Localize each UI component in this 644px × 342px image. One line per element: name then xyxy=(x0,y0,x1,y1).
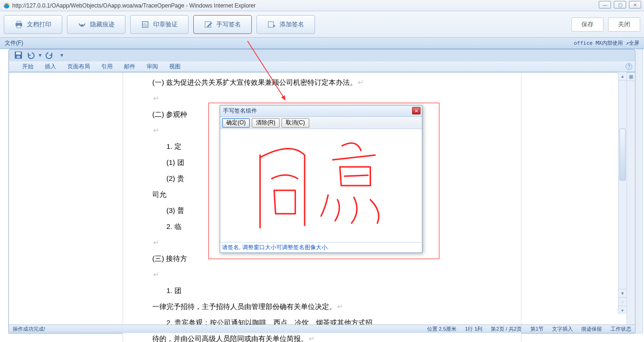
dialog-clear-button[interactable]: 清除(R) xyxy=(252,118,280,128)
document-scrollbar[interactable]: ▲ ▼ ◦ ▾ xyxy=(618,72,627,314)
dialog-footer-link[interactable]: 请签名, 调整窗口大小可调整签名图像大小. xyxy=(222,244,329,252)
undo-icon[interactable] xyxy=(26,51,35,59)
doc-line: 司允 xyxy=(152,190,166,198)
status-workstate: 工作状态 xyxy=(611,326,631,333)
doc-line: 待的，并由公司高级人员陪同或由有关单位简报。 xyxy=(152,334,308,342)
page-up-icon[interactable]: ◦ xyxy=(619,297,627,306)
status-section: 第1节 xyxy=(530,326,544,333)
doc-line: (二) 参观种 xyxy=(152,110,187,118)
ribbon-tab-reference[interactable]: 引用 xyxy=(96,61,118,72)
status-message: 操作成功完成! xyxy=(13,326,45,333)
svg-rect-2 xyxy=(17,21,21,23)
window-minimize-button[interactable]: — xyxy=(599,1,611,8)
svg-point-4 xyxy=(80,23,82,24)
dialog-ok-button[interactable]: 确定(O) xyxy=(222,118,250,128)
dialog-titlebar[interactable]: 手写签名组件 ✕ xyxy=(220,106,422,117)
dialog-title-text: 手写签名组件 xyxy=(223,107,257,115)
dialog-cancel-button[interactable]: 取消(C) xyxy=(281,118,309,128)
quick-access-toolbar: ▾ ▾ xyxy=(9,49,635,61)
seal-icon: 印 xyxy=(141,20,149,29)
status-insertmode: 文字插入 xyxy=(552,326,573,333)
status-track: 痕迹保留 xyxy=(581,326,602,333)
seal-verify-label: 印章验证 xyxy=(153,20,178,29)
doc-line: (1) 团 xyxy=(166,158,184,166)
handwrite-sign-button[interactable]: 手写签名 xyxy=(193,15,252,34)
add-sign-label: 添加签名 xyxy=(280,20,304,29)
hide-trace-button[interactable]: 隐藏痕迹 xyxy=(67,15,125,34)
save-button[interactable]: 保存 xyxy=(571,17,603,32)
status-bar: 操作成功完成! 位置 2.5厘米 1行 1列 第2页 / 共2页 第1节 文字插… xyxy=(9,325,635,333)
main-toolbar: 文档打印 隐藏痕迹 印 印章验证 手写签名 添加签名 保存 关闭 xyxy=(0,11,644,38)
svg-rect-3 xyxy=(17,25,21,28)
dialog-close-button[interactable]: ✕ xyxy=(412,107,421,114)
signature-canvas[interactable] xyxy=(220,129,422,242)
doc-line: (三) 接待方 xyxy=(152,254,187,262)
status-rowcol: 1行 1列 xyxy=(465,326,482,333)
qat-overflow-icon[interactable]: ▾ xyxy=(57,51,66,59)
print-button[interactable]: 文档打印 xyxy=(4,15,62,34)
save-icon[interactable] xyxy=(14,51,23,59)
doc-line: 1. 团 xyxy=(166,286,182,294)
doc-line: 2. 临 xyxy=(166,222,182,230)
dialog-footer: 请签名, 调整窗口大小可调整签名图像大小. xyxy=(220,242,422,252)
para-mark-icon: ↵ xyxy=(358,78,364,86)
handwrite-sign-label: 手写签名 xyxy=(216,20,241,29)
scroll-thumb[interactable] xyxy=(619,129,626,180)
svg-text:印: 印 xyxy=(143,23,147,27)
browser-title: http://127.0.0.1/OAapp/WebObjects/OAapp.… xyxy=(12,2,256,9)
close-button[interactable]: 关闭 xyxy=(608,17,640,32)
ribbon-tab-layout[interactable]: 页面布局 xyxy=(62,61,96,72)
ribbon-tab-home[interactable]: 开始 xyxy=(17,61,39,72)
doc-line: 1. 定 xyxy=(166,142,182,150)
print-label: 文档打印 xyxy=(27,20,51,29)
window-controls: — ▢ ✕ xyxy=(599,1,641,8)
sub-menubar: 文件(F) office MX内部使用 ↗全屏 xyxy=(0,38,644,49)
ribbon-tab-insert[interactable]: 插入 xyxy=(39,61,62,72)
ribbon-tab-review[interactable]: 审阅 xyxy=(141,61,164,72)
window-maximize-button[interactable]: ▢ xyxy=(614,1,626,8)
doc-line: 一律完予招待，主予招待人员由管理部份确有关单位决定。 xyxy=(152,302,336,310)
redo-icon[interactable] xyxy=(45,51,54,59)
help-icon[interactable]: ? xyxy=(626,63,632,70)
ribbon-tab-mail[interactable]: 邮件 xyxy=(118,61,141,72)
handwrite-dialog: 手写签名组件 ✕ 确定(O) 清除(R) 取消(C) xyxy=(220,105,422,253)
page-down-icon[interactable]: ▾ xyxy=(619,306,627,314)
doc-line: (3) 普 xyxy=(166,206,184,214)
printer-icon xyxy=(15,20,23,29)
browser-titlebar: http://127.0.0.1/OAapp/WebObjects/OAapp.… xyxy=(0,0,644,11)
hide-trace-label: 隐藏痕迹 xyxy=(90,20,115,29)
right-tool-strip: ▦ xyxy=(627,73,635,325)
browser-scrollbar[interactable] xyxy=(636,49,643,334)
status-position: 位置 2.5厘米 xyxy=(427,326,456,333)
file-menu[interactable]: 文件(F) xyxy=(5,39,23,47)
mask-icon xyxy=(78,20,86,29)
scroll-up-icon[interactable]: ▲ xyxy=(619,72,627,81)
doc-line: (2) 贵 xyxy=(166,174,184,182)
scroll-down-icon[interactable]: ▼ xyxy=(619,289,627,297)
ie-icon xyxy=(3,2,10,9)
svg-rect-12 xyxy=(17,56,20,58)
svg-rect-11 xyxy=(16,52,21,55)
ribbon-tab-view[interactable]: 视图 xyxy=(164,61,186,72)
window-close-button[interactable]: ✕ xyxy=(629,1,641,8)
doc-line: (一) 兹为促进公共关系扩大宣传效果兼顾公司机密特订定本办法。 xyxy=(152,78,357,86)
add-sign-icon xyxy=(267,20,276,29)
ribbon-tabs: 开始 插入 页面布局 引用 邮件 审阅 视图 ? xyxy=(9,61,635,72)
svg-rect-9 xyxy=(268,22,273,27)
status-page: 第2页 / 共2页 xyxy=(491,326,521,333)
undo-dropdown-icon[interactable]: ▾ xyxy=(38,51,42,59)
seal-verify-button[interactable]: 印 印章验证 xyxy=(130,15,189,34)
svg-point-5 xyxy=(83,23,84,24)
ruler-toggle-icon[interactable]: ▦ xyxy=(627,73,635,81)
sub-right-text[interactable]: office MX内部使用 ↗全屏 xyxy=(574,40,639,47)
add-sign-button[interactable]: 添加签名 xyxy=(256,15,315,34)
edit-icon xyxy=(204,20,213,29)
dialog-button-row: 确定(O) 清除(R) 取消(C) xyxy=(220,117,422,129)
